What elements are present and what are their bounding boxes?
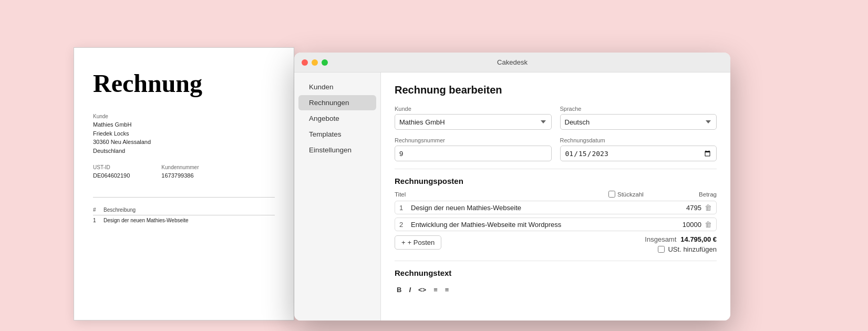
total-section: Insgesamt 14.795,00 € USt. hinzufügen [645,235,717,253]
invoice-table-col1: # [93,207,104,213]
invoice-table-col2: Beschreibung [104,207,275,213]
invoice-customer-name: Mathies GmbH [93,120,275,129]
main-content: Rechnung bearbeiten Kunde Mathies GmbH A… [381,73,730,320]
app-window: Cakedesk Kunden Rechnungen Angebote Temp… [294,53,730,320]
divider-2 [395,261,717,261]
ust-checkbox[interactable] [658,246,665,253]
posten-row1-num: 1 [399,204,408,212]
ust-label: USt. hinzufügen [668,245,717,253]
stueckzahl-checkbox[interactable] [608,191,615,198]
posten-row2-delete-icon[interactable]: 🗑 [705,220,712,229]
kunde-select[interactable]: Mathies GmbH Anderer Kunde [395,114,552,130]
window-body: Kunden Rechnungen Angebote Templates Ein… [294,73,730,320]
nummer-datum-row: Rechnungsnummer Rechnungsdatum [395,137,717,161]
posten-section-title: Rechnungsposten [395,177,717,185]
invoice-ust-value: DE064602190 [93,171,130,180]
posten-row2-num: 2 [399,221,408,229]
kunde-label: Kunde [395,106,552,112]
posten-row-1: 1 🗑 [395,201,717,214]
ust-line: USt. hinzufügen [645,245,717,253]
posten-row1-amount[interactable] [659,204,701,212]
rechnungsdatum-input[interactable] [560,146,717,161]
italic-button[interactable]: I [407,285,413,295]
traffic-lights [302,59,328,66]
close-button[interactable] [302,59,308,66]
posten-row-2: 2 🗑 [395,218,717,231]
add-posten-label: + Posten [408,239,435,246]
sprache-select[interactable]: Deutsch English Français [560,114,717,130]
posten-col-title: Titel [395,191,605,198]
invoice-customer-country: Deutschland [93,147,275,156]
kunde-group: Kunde Mathies GmbH Anderer Kunde [395,106,552,130]
invoice-customer-contact: Friedek Locks [93,129,275,138]
sidebar-item-templates[interactable]: Templates [298,127,376,142]
sidebar-item-angebote[interactable]: Angebote [298,111,376,126]
rechnungstext-section: Rechnungstext B I <> ≡ ≡ [395,268,717,297]
divider-1 [395,169,717,169]
sprache-label: Sprache [560,106,717,112]
invoice-ust-label: UST-ID [93,164,130,170]
rechnungsnummer-input[interactable] [395,146,552,161]
minimize-button[interactable] [312,59,318,66]
invoice-kundennummer-value: 1673799386 [161,171,199,180]
invoice-title: Rechnung [93,69,275,98]
total-line: Insgesamt 14.795,00 € [645,235,717,243]
ordered-list-button[interactable]: ≡ [443,285,451,295]
sprache-group: Sprache Deutsch English Français [560,106,717,130]
posten-row2-amount[interactable] [659,221,701,229]
page-title: Rechnung bearbeiten [395,84,717,96]
titlebar: Cakedesk [294,53,730,73]
bold-button[interactable]: B [395,285,404,295]
rechnungstext-title: Rechnungstext [395,268,717,277]
sidebar-item-rechnungen[interactable]: Rechnungen [298,95,376,110]
add-posten-button[interactable]: + + Posten [395,235,441,250]
add-posten-icon: + [401,239,406,246]
sidebar: Kunden Rechnungen Angebote Templates Ein… [294,73,381,320]
insgesamt-label: Insgesamt [645,235,676,243]
insgesamt-value: 14.795,00 € [680,235,717,243]
invoice-customer-address: 30360 Neu Alessaland [93,138,275,147]
rechnungsdatum-label: Rechnungsdatum [560,137,717,143]
invoice-kundennummer-label: Kundennummer [161,164,199,170]
invoice-preview: Rechnung Kunde Mathies GmbH Friedek Lock… [74,47,294,320]
invoice-row1-desc: Design der neuen Mathies-Webseite [104,218,275,223]
rechnungsnummer-label: Rechnungsnummer [395,137,552,143]
code-button[interactable]: <> [416,285,428,295]
rechnungsdatum-group: Rechnungsdatum [560,137,717,161]
kunde-sprache-row: Kunde Mathies GmbH Anderer Kunde Sprache… [395,106,717,130]
text-toolbar: B I <> ≡ ≡ [395,283,717,297]
posten-row1-delete-icon[interactable]: 🗑 [705,203,712,212]
list-button[interactable]: ≡ [431,285,440,295]
invoice-customer-label: Kunde [93,113,275,119]
sidebar-item-kunden[interactable]: Kunden [298,79,376,95]
posten-row1-title[interactable] [411,204,656,212]
invoice-row1-num: 1 [93,218,104,223]
posten-header: Titel Stückzahl Betrag [395,191,717,198]
window-title: Cakedesk [497,58,528,66]
posten-footer: + + Posten Insgesamt 14.795,00 € USt. hi… [395,235,717,253]
posten-col-betrag: Betrag [669,191,717,198]
posten-col-stueck: Stückzahl [608,191,666,198]
sidebar-item-einstellungen[interactable]: Einstellungen [298,142,376,158]
rechnungsnummer-group: Rechnungsnummer [395,137,552,161]
maximize-button[interactable] [322,59,328,66]
posten-row2-title[interactable] [411,221,656,229]
